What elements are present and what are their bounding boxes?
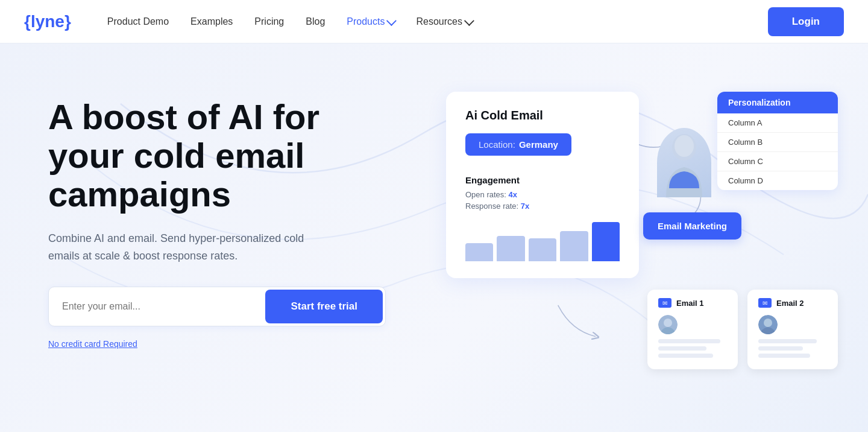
login-button[interactable]: Login <box>768 7 844 36</box>
email-card-2-header: ✉ Email 2 <box>758 298 827 308</box>
bar-5 <box>592 222 620 261</box>
email-1-label: Email 1 <box>676 299 704 308</box>
email-marketing-button[interactable]: Email Marketing <box>643 212 741 240</box>
avatar-1 <box>658 315 678 334</box>
bar-1 <box>465 243 493 261</box>
person-silhouette <box>657 128 711 197</box>
engagement-title: Engagement <box>465 175 620 185</box>
nav-products[interactable]: Products <box>347 16 394 27</box>
chevron-down-icon <box>386 16 397 26</box>
engagement-section: Engagement Open rates: 4x Response rate:… <box>465 175 620 261</box>
logo[interactable]: {lyne} <box>24 12 71 31</box>
location-label: Location: <box>479 139 515 150</box>
text-line <box>758 339 817 343</box>
bar-2 <box>497 236 524 261</box>
text-line <box>658 354 713 358</box>
location-badge: Location: Germany <box>465 133 571 156</box>
text-line <box>758 346 803 351</box>
person-avatar-card <box>657 128 711 197</box>
email-icon-1: ✉ <box>658 298 671 308</box>
bar-4 <box>560 231 588 261</box>
nav-pricing[interactable]: Pricing <box>254 16 284 27</box>
email-input[interactable] <box>49 290 263 323</box>
bar-3 <box>529 238 556 261</box>
nav-resources[interactable]: Resources <box>416 16 471 27</box>
email-cards-row: ✉ Email 1 ✉ Email 2 <box>647 290 838 369</box>
email-card-1-header: ✉ Email 1 <box>658 298 727 308</box>
engagement-bar-chart <box>465 219 620 261</box>
location-value: Germany <box>519 139 558 150</box>
svg-point-5 <box>764 319 772 327</box>
text-line <box>758 354 810 358</box>
nav-blog[interactable]: Blog <box>306 16 325 27</box>
text-line <box>658 346 706 351</box>
email-2-label: Email 2 <box>776 299 804 308</box>
svg-point-1 <box>675 135 694 157</box>
logo-text: {lyne} <box>24 12 71 31</box>
nav-links: Product Demo Examples Pricing Blog Produ… <box>107 16 768 27</box>
svg-point-3 <box>664 319 672 327</box>
card-title: Ai Cold Email <box>465 109 620 122</box>
main-content: A boost of AI for your cold email campai… <box>0 43 868 432</box>
personalization-card: Personalization Column A Column B Column… <box>717 92 838 190</box>
chevron-down-icon <box>464 16 474 26</box>
text-line <box>658 339 720 343</box>
no-credit-card-link[interactable]: No credit card Required <box>48 339 137 349</box>
avatar-2 <box>758 315 778 334</box>
open-rates-stat: Open rates: 4x <box>465 190 620 199</box>
ai-cold-email-card: Ai Cold Email Location: Germany Engageme… <box>446 92 639 278</box>
nav-examples[interactable]: Examples <box>190 16 233 27</box>
hero-illustration: Ai Cold Email Location: Germany Engageme… <box>410 80 844 405</box>
email-card-1: ✉ Email 1 <box>647 290 738 369</box>
column-b-item[interactable]: Column B <box>717 133 838 152</box>
hero-section: A boost of AI for your cold email campai… <box>48 80 386 349</box>
email-form: Start free trial <box>48 287 386 326</box>
hero-subtitle: Combine AI and email. Send hyper-persona… <box>48 230 338 265</box>
column-c-item[interactable]: Column C <box>717 152 838 171</box>
start-trial-button[interactable]: Start free trial <box>265 290 383 323</box>
personalization-header: Personalization <box>717 92 838 113</box>
email-icon-2: ✉ <box>758 298 772 308</box>
hero-title: A boost of AI for your cold email campai… <box>48 98 386 213</box>
response-rate-stat: Response rate: 7x <box>465 202 620 211</box>
email-card-2: ✉ Email 2 <box>747 290 838 369</box>
column-a-item[interactable]: Column A <box>717 113 838 133</box>
navbar: {lyne} Product Demo Examples Pricing Blo… <box>0 0 868 43</box>
column-d-item[interactable]: Column D <box>717 171 838 190</box>
nav-product-demo[interactable]: Product Demo <box>107 16 169 27</box>
